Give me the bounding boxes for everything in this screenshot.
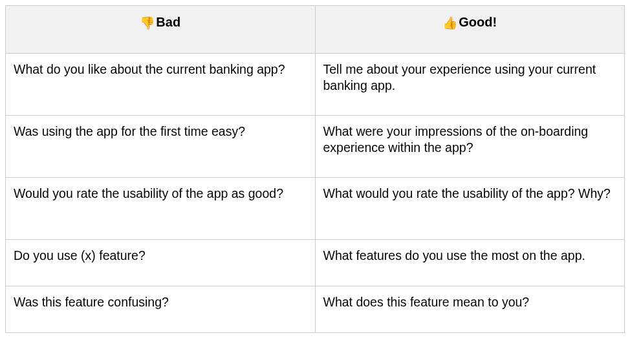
header-good: 👍Good! (315, 6, 625, 54)
thumbs-up-icon: 👍 (442, 16, 458, 30)
cell-good: What features do you use the most on the… (315, 240, 625, 286)
table-row: Was using the app for the first time eas… (6, 116, 625, 178)
cell-bad: Was using the app for the first time eas… (6, 116, 316, 178)
header-good-label: Good! (459, 15, 497, 29)
cell-bad: Was this feature confusing? (6, 286, 316, 333)
header-bad: 👎Bad (6, 6, 316, 54)
table-row: Do you use (x) feature? What features do… (6, 240, 625, 286)
cell-good: What does this feature mean to you? (315, 286, 625, 333)
cell-good: What would you rate the usability of the… (315, 178, 625, 240)
cell-bad: Do you use (x) feature? (6, 240, 316, 286)
table-row: Was this feature confusing? What does th… (6, 286, 625, 333)
cell-bad: What do you like about the current banki… (6, 54, 316, 116)
comparison-table: 👎Bad 👍Good! What do you like about the c… (5, 5, 625, 333)
cell-good: What were your impressions of the on-boa… (315, 116, 625, 178)
table-row: What do you like about the current banki… (6, 54, 625, 116)
table-row: Would you rate the usability of the app … (6, 178, 625, 240)
header-bad-label: Bad (156, 15, 180, 29)
cell-good: Tell me about your experience using your… (315, 54, 625, 116)
cell-bad: Would you rate the usability of the app … (6, 178, 316, 240)
thumbs-down-icon: 👎 (140, 16, 155, 30)
